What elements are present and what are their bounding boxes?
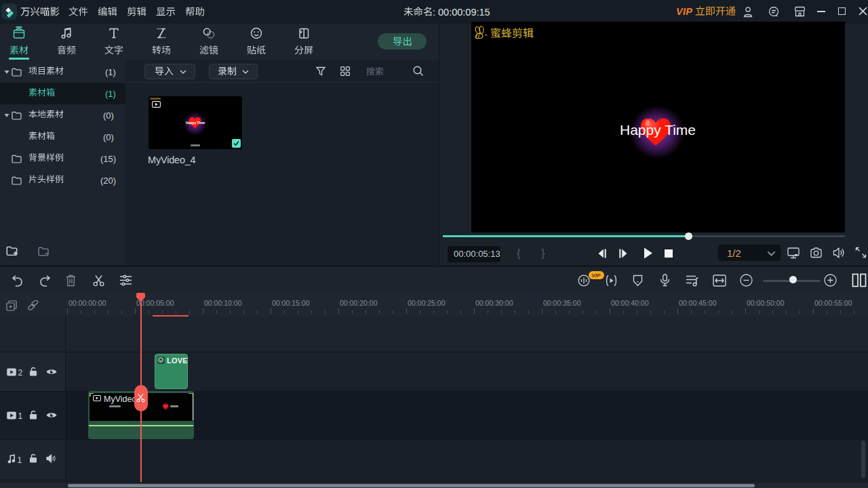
svg-text:1: 1 — [18, 455, 22, 464]
svg-text:2: 2 — [18, 368, 23, 378]
svg-text:1: 1 — [18, 411, 23, 421]
